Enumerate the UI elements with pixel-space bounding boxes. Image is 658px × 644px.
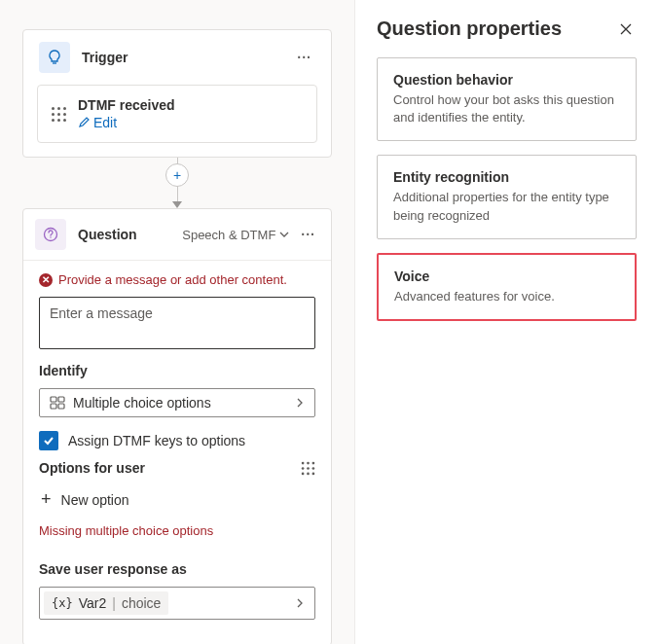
chevron-right-icon <box>295 398 305 408</box>
variable-name: Var2 <box>79 595 107 611</box>
new-option-label: New option <box>61 492 129 508</box>
entity-recognition-card[interactable]: Entity recognition Additional properties… <box>377 155 637 238</box>
close-icon <box>619 22 633 36</box>
card-title: Question behavior <box>393 72 620 88</box>
connector: + <box>10 158 345 208</box>
save-response-label: Save user response as <box>39 561 315 577</box>
card-title: Entity recognition <box>393 169 620 185</box>
card-desc: Advanced features for voice. <box>394 288 619 305</box>
edit-link[interactable]: Edit <box>78 115 175 130</box>
list-icon <box>50 395 65 411</box>
card-title: Voice <box>394 268 619 284</box>
edit-label: Edit <box>93 115 117 130</box>
question-title: Question <box>78 227 170 242</box>
options-error: Missing multiple choice options <box>39 523 315 538</box>
error-text: Provide a message or add other content. <box>58 272 287 287</box>
drag-handle-icon[interactable] <box>52 107 66 122</box>
svg-rect-6 <box>58 404 64 409</box>
error-icon: ✕ <box>39 273 53 287</box>
question-behavior-card[interactable]: Question behavior Control how your bot a… <box>377 57 637 141</box>
mode-dropdown[interactable]: Speech & DTMF <box>182 228 289 242</box>
question-icon <box>35 219 66 250</box>
options-drag-icon[interactable] <box>302 461 315 475</box>
message-input[interactable]: Enter a message <box>39 297 315 349</box>
message-error: ✕ Provide a message or add other content… <box>39 272 315 287</box>
svg-rect-5 <box>51 404 56 409</box>
lightbulb-icon <box>47 50 62 65</box>
variable-icon: {x} <box>52 596 73 610</box>
question-mark-icon <box>43 227 58 242</box>
checkbox-checked-icon <box>39 431 58 450</box>
panel-title: Question properties <box>377 18 562 40</box>
mode-label: Speech & DTMF <box>182 228 275 242</box>
properties-panel: Question properties Question behavior Co… <box>354 0 658 644</box>
trigger-node-name: DTMF received <box>78 97 175 113</box>
close-button[interactable] <box>615 18 637 40</box>
voice-card[interactable]: Voice Advanced features for voice. <box>377 253 637 321</box>
svg-rect-3 <box>51 397 56 402</box>
assign-dtmf-checkbox[interactable]: Assign DTMF keys to options <box>39 431 315 450</box>
trigger-more-button[interactable]: ··· <box>293 48 315 67</box>
identify-label: Identify <box>39 363 315 378</box>
variable-type: choice <box>122 595 161 611</box>
identify-value: Multiple choice options <box>73 395 211 411</box>
add-node-button[interactable]: + <box>165 163 189 187</box>
trigger-card: Trigger ··· DTMF received Edit <box>22 29 332 158</box>
question-more-button[interactable]: ··· <box>297 225 319 244</box>
svg-point-2 <box>50 236 51 237</box>
assign-dtmf-label: Assign DTMF keys to options <box>68 433 245 448</box>
svg-rect-4 <box>58 397 64 402</box>
pencil-icon <box>78 117 90 128</box>
variable-select[interactable]: {x} Var2 | choice <box>39 587 315 620</box>
card-desc: Control how your bot asks this question … <box>393 91 620 126</box>
trigger-icon <box>39 42 70 73</box>
question-card: Question Speech & DTMF ··· ✕ Provide a m… <box>22 208 332 644</box>
trigger-node[interactable]: DTMF received Edit <box>37 85 317 143</box>
card-desc: Additional properties for the entity typ… <box>393 189 620 224</box>
identify-select[interactable]: Multiple choice options <box>39 388 315 417</box>
options-label: Options for user <box>39 460 145 476</box>
new-option-button[interactable]: + New option <box>39 485 315 514</box>
chevron-down-icon <box>279 230 289 239</box>
arrow-down-icon <box>172 201 182 208</box>
trigger-title: Trigger <box>82 50 281 65</box>
variable-chip: {x} Var2 | choice <box>44 591 168 615</box>
chevron-right-icon <box>289 598 311 608</box>
plus-icon: + <box>41 489 52 510</box>
